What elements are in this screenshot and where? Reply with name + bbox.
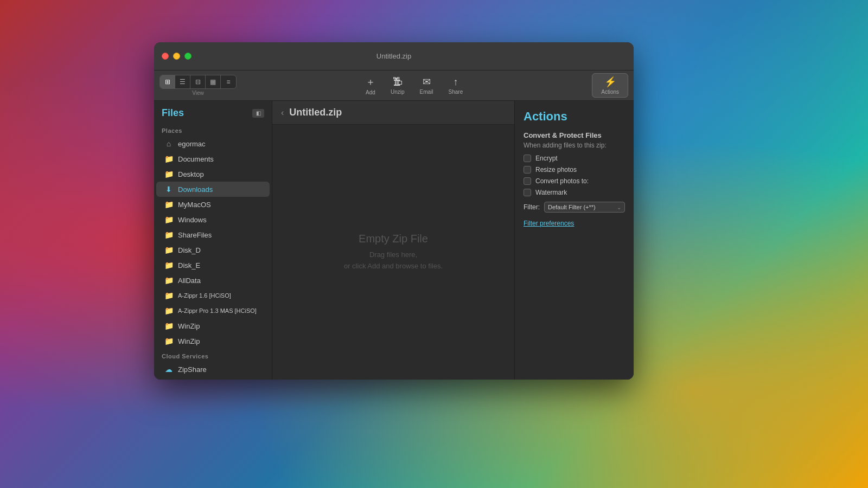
sidebar-item-egormac[interactable]: ⌂ egormac <box>156 136 270 151</box>
sidebar-item-disk-d[interactable]: 📁 Disk_D <box>156 242 270 258</box>
sidebar-item-alldata[interactable]: 📁 AllData <box>156 273 270 288</box>
unzip-button[interactable]: 🗜 Unzip <box>384 74 411 97</box>
sidebar-item-azipprpro[interactable]: 📁 A-Zippr Pro 1.3 MAS [HCiSO] <box>156 303 270 318</box>
watermark-label: Watermark <box>535 189 567 196</box>
cloud-section-label: Cloud Services <box>154 349 272 362</box>
actions-icon: ⚡ <box>604 76 616 88</box>
filter-label: Filter: <box>524 203 540 211</box>
sidebar-item-icloud[interactable]: ☁ iCloud Drive <box>156 377 270 380</box>
cloud-icon: ☁ <box>164 364 174 374</box>
actions-button[interactable]: ⚡ Actions <box>592 73 628 98</box>
watermark-checkbox[interactable] <box>524 189 531 196</box>
folder-icon: 📁 <box>164 169 174 179</box>
add-label: Add <box>366 89 375 95</box>
add-button[interactable]: ＋ Add <box>359 73 382 98</box>
add-icon: ＋ <box>366 75 375 88</box>
sidebar-item-winzip2[interactable]: 📁 WinZip <box>156 333 270 349</box>
sidebar-item-winzip1[interactable]: 📁 WinZip <box>156 318 270 333</box>
filter-select[interactable]: Default Filter (+**) ⌄ <box>544 202 625 213</box>
view-grid-button[interactable]: ⊞ <box>160 75 175 88</box>
encrypt-checkbox[interactable] <box>524 155 531 162</box>
minimize-button[interactable] <box>173 53 180 60</box>
back-button[interactable]: ‹ <box>281 108 284 118</box>
home-icon: ⌂ <box>164 139 174 149</box>
empty-line1: Drag files here, <box>369 251 417 259</box>
maximize-button[interactable] <box>184 53 192 60</box>
sidebar-item-egormac-label: egormac <box>178 140 206 148</box>
window-title: Untitled.zip <box>376 52 411 60</box>
unzip-label: Unzip <box>391 89 405 95</box>
sidebar-toggle-button[interactable]: ◧ <box>252 109 264 118</box>
folder-icon: 📁 <box>164 306 174 316</box>
watermark-row: Watermark <box>524 189 625 196</box>
sidebar-item-documents[interactable]: 📁 Documents <box>156 151 270 166</box>
chevron-down-icon: ⌄ <box>617 204 621 210</box>
empty-line2: or click Add and browse to files. <box>344 262 443 270</box>
empty-subtitle: Drag files here, or click Add and browse… <box>344 249 443 272</box>
empty-state: Empty Zip File Drag files here, or click… <box>272 125 514 380</box>
title-bar: Untitled.zip <box>154 42 634 70</box>
sidebar-header: Files ◧ <box>154 101 272 123</box>
convert-checkbox[interactable] <box>524 177 531 185</box>
sidebar-item-alldata-label: AllData <box>178 277 201 285</box>
view-more-button[interactable]: ≡ <box>221 75 236 88</box>
folder-icon: 📁 <box>164 336 174 346</box>
email-icon: ✉ <box>423 76 431 88</box>
convert-label: Convert photos to: <box>535 177 589 185</box>
sidebar-item-mymacOS-label: MyMacOS <box>178 201 211 209</box>
sidebar-item-desktop[interactable]: 📁 Desktop <box>156 166 270 182</box>
downloads-icon: ⬇ <box>164 184 174 194</box>
resize-checkbox[interactable] <box>524 166 531 174</box>
share-label: Share <box>449 89 463 95</box>
folder-icon: 📁 <box>164 215 174 224</box>
disk-icon: 📁 <box>164 260 174 270</box>
sidebar-item-mymacOS[interactable]: 📁 MyMacOS <box>156 197 270 212</box>
convert-row: Convert photos to: <box>524 177 625 185</box>
view-buttons: ⊞ ☰ ⊟ ▦ ≡ <box>159 75 237 89</box>
places-section-label: Places <box>154 123 272 136</box>
app-window: Untitled.zip ⊞ ☰ ⊟ ▦ ≡ View ＋ Add 🗜 Unzi… <box>154 42 634 380</box>
folder-icon: 📁 <box>164 275 174 285</box>
filter-preferences-link[interactable]: Filter preferences <box>524 220 574 227</box>
resize-label: Resize photos <box>535 166 577 174</box>
view-columns-button[interactable]: ⊟ <box>190 75 206 88</box>
folder-icon: 📁 <box>164 230 174 240</box>
sidebar-item-windows[interactable]: 📁 Windows <box>156 212 270 227</box>
folder-icon: 📁 <box>164 154 174 164</box>
file-area-title: Untitled.zip <box>289 107 342 118</box>
traffic-lights <box>154 53 192 60</box>
sidebar-item-downloads[interactable]: ⬇ Downloads <box>156 182 270 197</box>
actions-panel: Actions Convert & Protect Files When add… <box>514 101 634 380</box>
close-button[interactable] <box>162 53 169 60</box>
sidebar-item-disk-e-label: Disk_E <box>178 261 200 269</box>
sidebar-item-zipshare[interactable]: ☁ ZipShare <box>156 362 270 377</box>
sidebar-item-sharefiles-label: ShareFiles <box>178 231 212 239</box>
sidebar-item-desktop-label: Desktop <box>178 170 204 178</box>
share-button[interactable]: ↑ Share <box>442 74 470 97</box>
view-list-button[interactable]: ☰ <box>175 75 190 88</box>
view-cover-button[interactable]: ▦ <box>206 75 221 88</box>
sidebar-item-azippr16[interactable]: 📁 A-Zippr 1.6 [HCiSO] <box>156 288 270 303</box>
sidebar-item-sharefiles[interactable]: 📁 ShareFiles <box>156 227 270 242</box>
content-area: Files ◧ Places ⌂ egormac 📁 Documents 📁 D… <box>154 101 634 380</box>
empty-title: Empty Zip File <box>359 233 428 245</box>
actions-label: Actions <box>601 89 619 95</box>
disk-icon: 📁 <box>164 245 174 255</box>
convert-title: Convert & Protect Files <box>524 131 625 139</box>
email-button[interactable]: ✉ Email <box>413 74 440 97</box>
encrypt-label: Encrypt <box>535 155 558 162</box>
view-label: View <box>192 90 204 96</box>
share-icon: ↑ <box>453 76 458 88</box>
sidebar-title: Files <box>162 107 184 119</box>
sidebar-item-winzip1-label: WinZip <box>178 322 200 330</box>
folder-icon: 📁 <box>164 321 174 331</box>
actions-panel-title: Actions <box>524 110 625 124</box>
sidebar-item-azippr16-label: A-Zippr 1.6 [HCiSO] <box>178 292 231 299</box>
folder-icon: 📁 <box>164 291 174 300</box>
sidebar-item-windows-label: Windows <box>178 216 207 224</box>
resize-row: Resize photos <box>524 166 625 174</box>
sidebar-item-disk-e[interactable]: 📁 Disk_E <box>156 258 270 273</box>
file-area: ‹ Untitled.zip Empty Zip File Drag files… <box>272 101 514 380</box>
unzip-icon: 🗜 <box>393 76 403 88</box>
sidebar-item-downloads-label: Downloads <box>178 185 213 194</box>
